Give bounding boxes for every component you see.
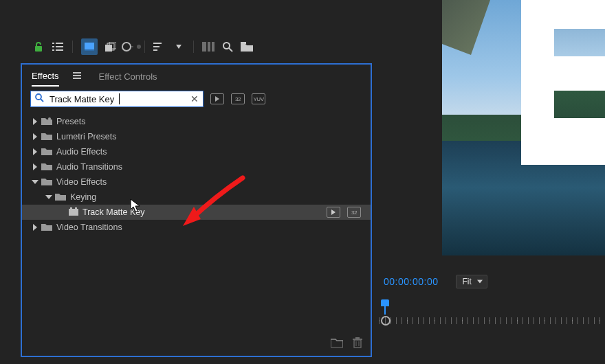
accelerated-badge-icon bbox=[327, 207, 340, 218]
tree-label: Video Transitions bbox=[56, 223, 122, 232]
sort-dropdown-icon[interactable] bbox=[173, 41, 185, 53]
tree-item-video-effects[interactable]: Video Effects bbox=[22, 174, 371, 190]
folder-icon bbox=[41, 162, 52, 172]
effect-badges: 32 bbox=[327, 207, 371, 218]
timeline-toolbar bbox=[32, 37, 253, 56]
tree-item-video-transitions[interactable]: Video Transitions bbox=[22, 220, 371, 235]
effects-panel: Effects Effect Controls ✕ 32 YUV Presets bbox=[22, 65, 371, 356]
tree-label: Audio Effects bbox=[56, 147, 107, 157]
chevron-right-icon bbox=[32, 163, 38, 170]
32bit-filter-icon[interactable]: 32 bbox=[231, 93, 245, 104]
tree-label: Audio Transitions bbox=[56, 162, 122, 172]
svg-rect-0 bbox=[35, 46, 42, 52]
panel-menu-icon[interactable] bbox=[73, 72, 81, 79]
tree-label: Lumetri Presets bbox=[56, 132, 117, 141]
program-timeline[interactable] bbox=[377, 299, 605, 327]
svg-point-18 bbox=[223, 43, 230, 49]
svg-rect-20 bbox=[241, 42, 246, 44]
text-caret bbox=[119, 93, 120, 104]
32bit-badge-icon: 32 bbox=[347, 207, 361, 218]
preview-text-shape bbox=[521, 0, 605, 165]
folder-icon bbox=[41, 147, 52, 157]
effect-icon bbox=[69, 207, 78, 218]
zoom-fit-dropdown[interactable]: Fit bbox=[456, 275, 487, 288]
svg-rect-16 bbox=[208, 42, 210, 52]
svg-rect-13 bbox=[153, 46, 160, 47]
svg-rect-8 bbox=[85, 49, 94, 51]
tree-label: Track Matte Key bbox=[82, 207, 145, 217]
delete-icon[interactable] bbox=[353, 337, 362, 350]
search-icon bbox=[35, 93, 44, 104]
svg-rect-17 bbox=[212, 42, 214, 52]
svg-rect-6 bbox=[56, 49, 63, 51]
metadata-view-icon[interactable] bbox=[202, 41, 214, 53]
tree-item-lumetri[interactable]: Lumetri Presets bbox=[22, 129, 371, 144]
chevron-right-icon bbox=[32, 148, 38, 155]
chevron-down-icon bbox=[32, 179, 38, 185]
svg-rect-7 bbox=[85, 43, 94, 49]
folder-icon bbox=[41, 132, 52, 142]
svg-rect-5 bbox=[52, 49, 54, 51]
program-monitor bbox=[442, 0, 605, 255]
tree-label: Keying bbox=[70, 192, 96, 202]
svg-rect-30 bbox=[355, 337, 360, 339]
svg-rect-27 bbox=[75, 207, 77, 209]
zoom-slider[interactable] bbox=[124, 41, 136, 53]
search-input[interactable]: ✕ bbox=[30, 91, 204, 107]
svg-line-22 bbox=[41, 99, 43, 102]
svg-rect-2 bbox=[56, 43, 63, 44]
panel-footer bbox=[331, 337, 362, 350]
search-field[interactable] bbox=[48, 93, 186, 105]
effects-tree: Presets Lumetri Presets Audio Effects Au… bbox=[22, 113, 371, 236]
svg-rect-25 bbox=[69, 209, 78, 216]
tree-label: Video Effects bbox=[56, 177, 107, 187]
svg-rect-3 bbox=[52, 46, 54, 47]
panel-tab-bar: Effects Effect Controls bbox=[22, 65, 371, 88]
search-icon[interactable] bbox=[221, 41, 234, 53]
list-icon[interactable] bbox=[52, 41, 64, 53]
thumbnail-view-icon[interactable] bbox=[81, 38, 98, 55]
stack-view-icon[interactable] bbox=[104, 41, 117, 53]
new-bin-icon[interactable] bbox=[331, 338, 343, 350]
svg-rect-4 bbox=[56, 46, 63, 47]
playhead-icon[interactable] bbox=[381, 299, 389, 315]
svg-rect-26 bbox=[70, 207, 72, 209]
sort-icon[interactable] bbox=[153, 41, 166, 53]
program-controls: 00:00:00:00 Fit bbox=[384, 275, 487, 288]
yuv-filter-icon[interactable]: YUV bbox=[252, 93, 265, 104]
svg-rect-28 bbox=[354, 340, 361, 348]
tree-item-keying[interactable]: Keying bbox=[22, 190, 371, 205]
svg-rect-29 bbox=[353, 339, 362, 340]
preset-folder-icon bbox=[41, 117, 52, 127]
folder-icon bbox=[41, 223, 52, 233]
timecode-display[interactable]: 00:00:00:00 bbox=[384, 276, 438, 287]
chevron-right-icon bbox=[32, 224, 38, 231]
bin-icon[interactable] bbox=[241, 41, 253, 53]
clear-search-icon[interactable]: ✕ bbox=[190, 93, 199, 104]
lock-icon[interactable] bbox=[32, 41, 45, 53]
svg-rect-14 bbox=[153, 49, 157, 51]
svg-rect-12 bbox=[153, 43, 162, 44]
tab-effects[interactable]: Effects bbox=[32, 71, 59, 87]
tab-effect-controls[interactable]: Effect Controls bbox=[99, 71, 157, 82]
effects-search-row: ✕ 32 YUV bbox=[22, 88, 371, 113]
svg-point-21 bbox=[36, 94, 41, 100]
chevron-right-icon bbox=[32, 133, 38, 140]
folder-icon bbox=[41, 177, 52, 187]
tree-label: Presets bbox=[56, 117, 85, 126]
chevron-down-icon bbox=[45, 194, 52, 201]
svg-line-19 bbox=[229, 48, 232, 52]
tree-item-presets[interactable]: Presets bbox=[22, 114, 371, 129]
tree-item-audio-effects[interactable]: Audio Effects bbox=[22, 144, 371, 159]
accelerated-effects-filter-icon[interactable] bbox=[210, 93, 224, 104]
tree-item-audio-transitions[interactable]: Audio Transitions bbox=[22, 159, 371, 174]
folder-icon bbox=[55, 192, 66, 203]
tree-item-track-matte-key[interactable]: Track Matte Key 32 bbox=[22, 205, 371, 220]
chevron-right-icon bbox=[32, 118, 38, 125]
svg-point-24 bbox=[48, 117, 51, 120]
svg-rect-1 bbox=[52, 43, 54, 44]
svg-rect-15 bbox=[202, 42, 206, 52]
